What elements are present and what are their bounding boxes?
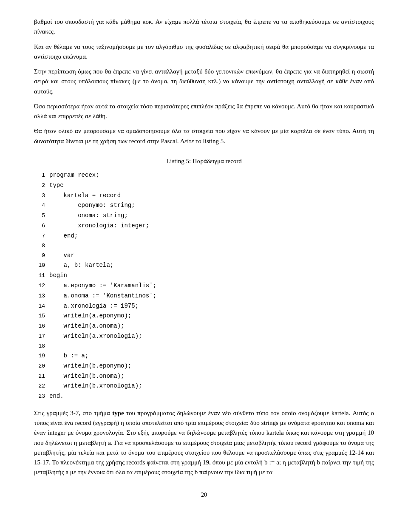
line-number: 19 — [34, 351, 49, 361]
code-line-7: 7 end; — [34, 231, 374, 241]
paragraph-1: βαθμοί του σπουδαστή για κάθε μάθημα κοκ… — [34, 17, 374, 37]
regular-text: Στις γραμμές 3-7, στο τμήμα — [34, 410, 112, 416]
line-number: 7 — [34, 232, 49, 241]
line-content: type — [49, 181, 64, 191]
line-number: 3 — [34, 191, 49, 201]
line-content: a.eponymo := 'Karamanlis'; — [49, 281, 156, 291]
line-number: 2 — [34, 181, 49, 190]
code-line-10: 10 a, b: kartela; — [34, 260, 374, 271]
code-line-8: 8 — [34, 241, 374, 251]
code-line-22: 22 writeln(b.xronologia); — [34, 381, 374, 391]
line-content: kartela = record — [49, 191, 121, 201]
line-content: end; — [49, 231, 78, 241]
code-line-11: 11begin — [34, 271, 374, 281]
line-number: 13 — [34, 291, 49, 301]
page-number: 20 — [34, 490, 374, 500]
paragraph-4: Όσο περισσότερα ήταν αυτά τα στοιχεία τό… — [34, 102, 374, 122]
paragraph-5: Θα ήταν ολικό αν μπορούσαμε να ομαδοποιή… — [34, 126, 374, 146]
bold-text: type — [112, 410, 124, 416]
code-line-20: 20 writeln(b.eponymo); — [34, 361, 374, 371]
line-number: 17 — [34, 332, 49, 341]
line-content: eponymo: string; — [49, 201, 135, 211]
line-content: a, b: kartela; — [49, 260, 113, 271]
line-content: writeln(b.xronologia); — [49, 381, 142, 391]
line-number: 18 — [34, 342, 49, 351]
paragraph-2: Και αν θέλαμε να τους ταξινομήσουμε με τ… — [34, 42, 374, 62]
line-number: 16 — [34, 322, 49, 331]
code-line-3: 3 kartela = record — [34, 191, 374, 201]
line-content: a.onoma := 'Konstantinos'; — [49, 291, 156, 301]
code-line-4: 4 eponymo: string; — [34, 201, 374, 211]
line-number: 20 — [34, 362, 49, 371]
code-line-15: 15 writeln(a.eponymo); — [34, 311, 374, 321]
code-line-5: 5 onoma: string; — [34, 211, 374, 221]
regular-text: του προγράμματος δηλώνουμε έναν νέο σύνθ… — [34, 410, 374, 476]
line-number: 10 — [34, 261, 49, 270]
line-content: a.xronologia := 1975; — [49, 301, 139, 311]
code-line-9: 9 var — [34, 251, 374, 261]
line-number: 15 — [34, 311, 49, 321]
line-content: var — [49, 251, 74, 261]
line-number: 5 — [34, 211, 49, 221]
code-line-17: 17 writeln(a.xronologia); — [34, 331, 374, 342]
line-content: program recex; — [49, 170, 99, 181]
line-number: 4 — [34, 201, 49, 210]
line-number: 21 — [34, 372, 49, 381]
line-number: 14 — [34, 302, 49, 311]
paragraph-after-1: Στις γραμμές 3-7, στο τμήμα type του προ… — [34, 408, 374, 478]
code-line-19: 19 b := a; — [34, 351, 374, 361]
code-line-23: 23end. — [34, 391, 374, 402]
listing-title: Listing 5: Παράδειγμα record — [34, 156, 374, 166]
line-content: xronologia: integer; — [49, 221, 149, 231]
line-content: writeln(a.eponymo); — [49, 311, 131, 321]
line-content: writeln(b.eponymo); — [49, 361, 131, 371]
page-container: βαθμοί του σπουδαστή για κάθε μάθημα κοκ… — [0, 0, 408, 532]
code-line-13: 13 a.onoma := 'Konstantinos'; — [34, 291, 374, 301]
line-content: b := a; — [49, 351, 88, 361]
code-line-6: 6 xronologia: integer; — [34, 221, 374, 231]
code-block: 1program recex;2type3 kartela = record4 … — [34, 170, 374, 402]
line-number: 22 — [34, 382, 49, 391]
line-number: 8 — [34, 241, 49, 251]
code-line-18: 18 — [34, 342, 374, 351]
line-number: 1 — [34, 171, 49, 180]
line-number: 23 — [34, 392, 49, 401]
code-line-14: 14 a.xronologia := 1975; — [34, 301, 374, 311]
line-content: writeln(b.onoma); — [49, 371, 124, 382]
line-number: 9 — [34, 251, 49, 260]
line-number: 11 — [34, 271, 49, 280]
line-content: onoma: string; — [49, 211, 128, 221]
code-line-12: 12 a.eponymo := 'Karamanlis'; — [34, 281, 374, 291]
code-line-16: 16 writeln(a.onoma); — [34, 321, 374, 331]
paragraph-3: Στην περίπτωση όμως που θα έπρεπε να γίν… — [34, 67, 374, 96]
code-line-21: 21 writeln(b.onoma); — [34, 371, 374, 382]
line-number: 12 — [34, 281, 49, 291]
code-line-1: 1program recex; — [34, 170, 374, 181]
line-content: begin — [49, 271, 67, 281]
line-content: writeln(a.xronologia); — [49, 331, 142, 342]
line-content: writeln(a.onoma); — [49, 321, 124, 331]
code-line-2: 2type — [34, 181, 374, 191]
line-number: 6 — [34, 221, 49, 231]
line-content: end. — [49, 391, 64, 402]
